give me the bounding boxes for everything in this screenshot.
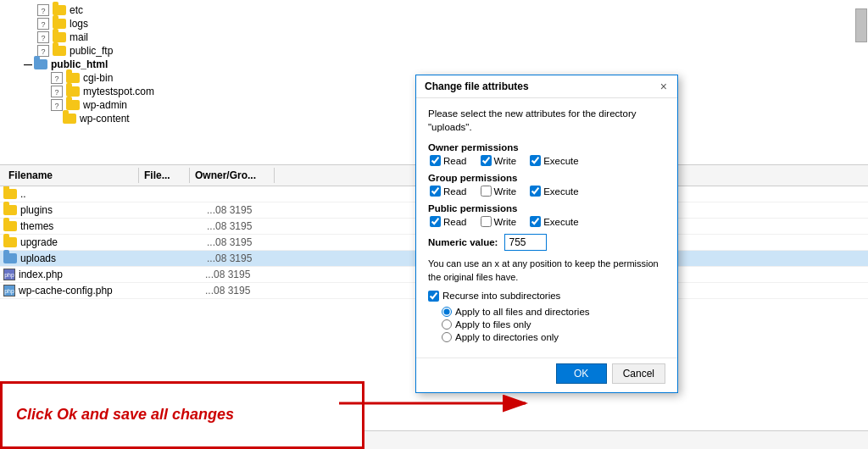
owner-write-checkbox[interactable] [481, 155, 492, 166]
owner-cache: ...08 3195 [205, 285, 250, 297]
owner-read-check[interactable]: Read [430, 155, 467, 166]
dialog-title: Change file attributes [425, 80, 529, 92]
folder-icon-logs [53, 19, 66, 29]
expand-icon: — [24, 60, 32, 69]
radio-all-files-label: Apply to all files and directories [455, 307, 590, 317]
owner-upgrade: ...08 3195 [207, 236, 252, 248]
public-write-label: Write [494, 217, 517, 227]
group-execute-checkbox[interactable] [530, 186, 541, 197]
folder-icon-themes [3, 221, 17, 231]
folder-icon-wp-content [63, 114, 76, 124]
file-name-plugins: plugins [20, 204, 156, 216]
owner-read-checkbox[interactable] [430, 155, 441, 166]
tree-scrollbar-thumb[interactable] [855, 8, 867, 42]
folder-icon-mytestspot [66, 86, 80, 97]
owner-permissions-label: Owner permissions [428, 142, 665, 152]
annotation-box: Click Ok and save all changes [0, 381, 364, 449]
public-permissions-row: Read Write Execute [428, 216, 665, 227]
public-write-checkbox[interactable] [481, 216, 492, 227]
radio-all-files: Apply to all files and directories [442, 307, 665, 317]
question-icon: ? [51, 72, 63, 84]
tree-label-ftp: public_ftp [70, 45, 113, 57]
question-icon: ? [51, 86, 63, 97]
folder-icon-ftp [53, 46, 66, 56]
recurse-checkbox[interactable] [428, 291, 439, 302]
php-icon-cache: php [3, 285, 15, 297]
tree-label-public-html: public_html [51, 58, 108, 70]
tree-item-etc[interactable]: ? etc [3, 3, 865, 17]
file-name-upgrade: upgrade [20, 236, 156, 248]
tree-label-mail: mail [70, 31, 88, 43]
owner-execute-check[interactable]: Execute [530, 155, 579, 166]
tree-item-public-html[interactable]: — public_html [3, 58, 865, 71]
group-permissions-label: Group permissions [428, 173, 665, 183]
folder-icon-mail [53, 32, 66, 42]
ok-button[interactable]: OK [556, 363, 607, 384]
radio-files-only-label: Apply to files only [455, 319, 531, 330]
group-write-check[interactable]: Write [481, 186, 517, 197]
public-execute-checkbox[interactable] [530, 216, 541, 227]
tree-item-mail[interactable]: ? mail [3, 30, 865, 44]
group-permissions-section: Group permissions Read Write Execute [428, 173, 665, 197]
apply-radio-group: Apply to all files and directories Apply… [428, 307, 665, 342]
tree-item-public-ftp[interactable]: ? public_ftp [3, 44, 865, 58]
owner-themes: ...08 3195 [207, 220, 252, 232]
radio-all-files-input[interactable] [442, 307, 452, 317]
public-permissions-section: Public permissions Read Write Execute [428, 203, 665, 227]
group-execute-check[interactable]: Execute [530, 186, 579, 197]
numeric-value-label: Numeric value: [428, 237, 498, 247]
tree-label-wp-content: wp-content [80, 113, 130, 125]
public-execute-check[interactable]: Execute [530, 216, 579, 227]
question-icon: ? [37, 4, 49, 16]
owner-permissions-row: Read Write Execute [428, 155, 665, 166]
file-name-dotdot: .. [20, 188, 156, 200]
radio-dirs-only-label: Apply to directories only [455, 332, 559, 342]
question-icon: ? [51, 99, 63, 111]
dialog-content: Please select the new attributes for the… [416, 98, 677, 358]
annotation-text: Click Ok and save all changes [16, 406, 234, 424]
tree-item-logs[interactable]: ? logs [3, 17, 865, 30]
public-execute-label: Execute [543, 217, 579, 227]
owner-plugins: ...08 3195 [207, 204, 252, 216]
tree-label-etc: etc [70, 4, 83, 16]
owner-write-label: Write [494, 156, 517, 166]
folder-icon-wp-admin [66, 100, 80, 110]
public-read-check[interactable]: Read [430, 216, 467, 227]
owner-index: ...08 3195 [205, 269, 250, 280]
dialog-titlebar: Change file attributes × [416, 75, 677, 98]
group-write-label: Write [494, 186, 517, 197]
public-read-checkbox[interactable] [430, 216, 441, 227]
file-name-themes: themes [20, 220, 156, 232]
file-name-cache: wp-cache-config.php [19, 285, 154, 297]
public-write-check[interactable]: Write [481, 216, 517, 227]
dialog-close-button[interactable]: × [659, 80, 669, 92]
numeric-value-input[interactable] [504, 234, 547, 251]
folder-icon-plugins [3, 205, 17, 215]
question-icon: ? [37, 18, 49, 30]
radio-files-only-input[interactable] [442, 319, 452, 330]
radio-dirs-only-input[interactable] [442, 332, 452, 342]
owner-read-label: Read [443, 156, 467, 166]
group-execute-label: Execute [543, 186, 579, 197]
folder-icon-cgi [66, 73, 80, 83]
hint-text: You can use an x at any position to keep… [428, 258, 665, 284]
annotation-arrow [339, 378, 542, 429]
owner-execute-checkbox[interactable] [530, 155, 541, 166]
radio-files-only: Apply to files only [442, 319, 665, 330]
group-write-checkbox[interactable] [481, 186, 492, 197]
question-icon: ? [37, 31, 49, 43]
file-name-uploads: uploads [20, 252, 156, 264]
owner-execute-label: Execute [543, 156, 579, 166]
folder-icon-uploads [3, 253, 17, 263]
folder-icon-dotdot [3, 189, 17, 199]
group-read-label: Read [443, 186, 467, 197]
tree-label-cgi: cgi-bin [83, 72, 113, 84]
public-permissions-label: Public permissions [428, 203, 665, 213]
owner-permissions-section: Owner permissions Read Write Execute [428, 142, 665, 166]
file-name-index: index.php [19, 269, 154, 280]
col-filename: Filename [3, 168, 139, 183]
cancel-button[interactable]: Cancel [612, 363, 665, 384]
group-read-checkbox[interactable] [430, 186, 441, 197]
owner-write-check[interactable]: Write [481, 155, 517, 166]
group-read-check[interactable]: Read [430, 186, 467, 197]
